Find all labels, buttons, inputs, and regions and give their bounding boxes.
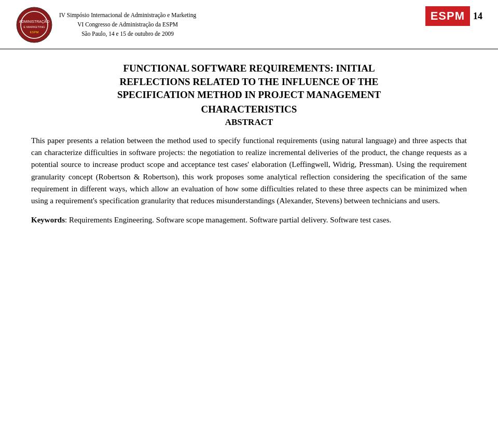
main-title: FUNCTIONAL SOFTWARE REQUIREMENTS: INITIA… (31, 62, 467, 102)
keywords-content: : Requirements Engineering. Software sco… (65, 216, 391, 224)
keywords-label: Keywords (31, 216, 65, 224)
svg-point-0 (17, 7, 52, 43)
header-divider (0, 49, 498, 49)
page: ADMINISTRAÇÃO E MARKETING ESPM IV Simpós… (0, 0, 498, 448)
title-line2: REFLECTIONS RELATED TO THE INFLUENCE OF … (31, 75, 467, 89)
header: ADMINISTRAÇÃO E MARKETING ESPM IV Simpós… (0, 0, 498, 49)
header-conference-info: IV Simpósio Internacional de Administraç… (59, 11, 196, 38)
svg-text:ADMINISTRAÇÃO: ADMINISTRAÇÃO (19, 19, 50, 24)
svg-text:ESPM: ESPM (30, 31, 38, 34)
characteristics-title: CHARACTERISTICS (31, 104, 467, 115)
conference-line3: São Paulo, 14 e 15 de outubro de 2009 (59, 30, 196, 39)
conference-line2: VI Congresso de Administração da ESPM (59, 20, 196, 30)
keywords-section: Keywords: Requirements Engineering. Soft… (31, 214, 467, 226)
abstract-paragraph: This paper presents a relation between t… (31, 135, 467, 207)
title-line3: SPECIFICATION METHOD IN PROJECT MANAGEME… (31, 88, 467, 102)
svg-text:E MARKETING: E MARKETING (23, 25, 45, 29)
main-content: FUNCTIONAL SOFTWARE REQUIREMENTS: INITIA… (0, 53, 498, 237)
institution-logo: ADMINISTRAÇÃO E MARKETING ESPM (16, 6, 53, 44)
espm-logo: ESPM (425, 6, 470, 26)
conference-line1: IV Simpósio Internacional de Administraç… (59, 11, 196, 20)
page-number: 14 (473, 11, 482, 22)
title-line1: FUNCTIONAL SOFTWARE REQUIREMENTS: INITIA… (31, 62, 467, 75)
header-right: ESPM 14 (425, 6, 482, 26)
abstract-title: ABSTRACT (31, 117, 467, 128)
header-left: ADMINISTRAÇÃO E MARKETING ESPM IV Simpós… (16, 6, 196, 44)
